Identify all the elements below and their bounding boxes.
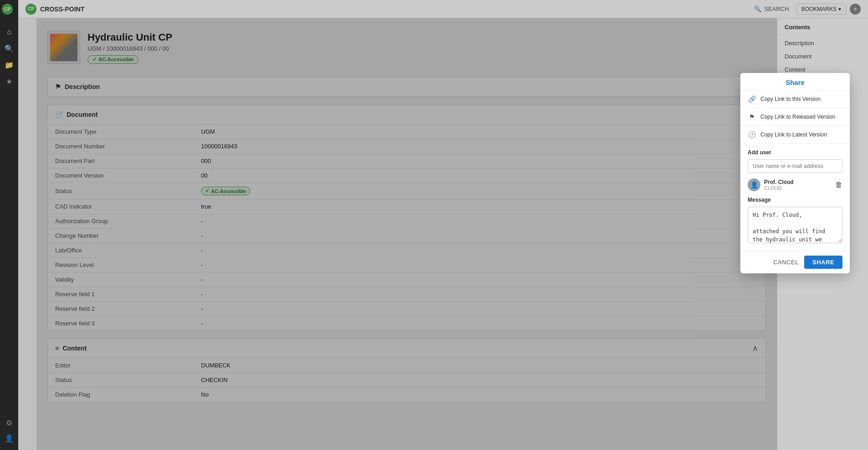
cancel-button[interactable]: CANCEL xyxy=(773,259,799,266)
copy-link-latest-label: Copy Link to Latest Version xyxy=(760,131,827,138)
message-textarea[interactable] xyxy=(748,207,842,243)
user-avatar: 👤 xyxy=(748,178,760,191)
message-label: Message xyxy=(748,197,842,203)
share-button[interactable]: SHARE xyxy=(804,256,842,269)
link-icon: 🔗 xyxy=(748,95,756,103)
user-row: 👤 Prof. Cloud CLOUD 🗑 xyxy=(748,178,842,191)
modal-footer: CANCEL SHARE xyxy=(740,251,850,273)
modal-overlay: Share 🔗 Copy Link to this Version ⚑ Copy… xyxy=(0,0,868,450)
user-info: Prof. Cloud CLOUD xyxy=(764,179,832,191)
add-user-input[interactable] xyxy=(748,159,842,173)
share-section-body: Add user 👤 Prof. Cloud CLOUD 🗑 Message xyxy=(740,144,850,251)
share-modal: Share 🔗 Copy Link to this Version ⚑ Copy… xyxy=(740,73,850,273)
clock-icon: 🕐 xyxy=(748,131,756,139)
delete-user-button[interactable]: 🗑 xyxy=(835,181,842,189)
copy-link-released-button[interactable]: ⚑ Copy Link to Released Version xyxy=(740,108,850,126)
copy-link-version-button[interactable]: 🔗 Copy Link to this Version xyxy=(740,90,850,108)
user-name: Prof. Cloud xyxy=(764,179,832,185)
copy-link-latest-button[interactable]: 🕐 Copy Link to Latest Version xyxy=(740,126,850,144)
flag-icon: ⚑ xyxy=(748,113,756,121)
share-modal-header: Share xyxy=(740,73,850,90)
add-user-label: Add user xyxy=(748,149,842,156)
user-sub: CLOUD xyxy=(764,185,832,191)
copy-link-version-label: Copy Link to this Version xyxy=(760,96,821,102)
copy-link-released-label: Copy Link to Released Version xyxy=(760,114,835,120)
